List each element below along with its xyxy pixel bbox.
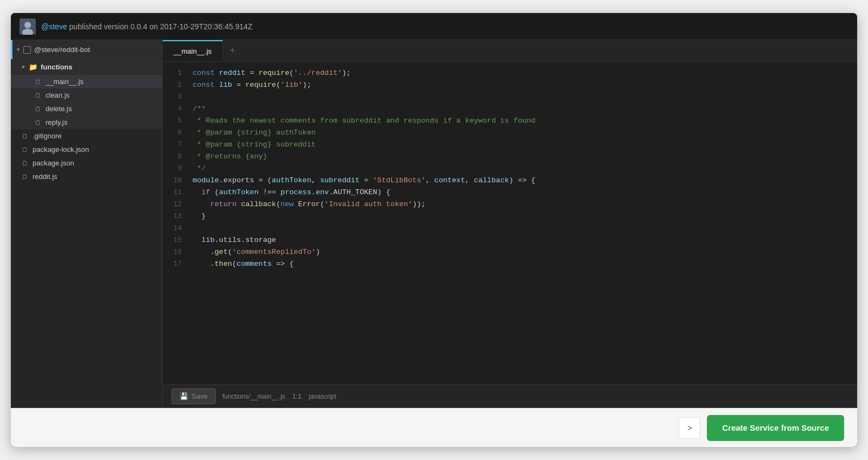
save-icon: 💾: [180, 392, 188, 400]
code-line-4: 4 /**: [163, 103, 857, 115]
sidebar-root[interactable]: ▾ @steve/reddit-bot: [11, 40, 162, 59]
code-line-12: 12 return callback(new Error('Invalid au…: [163, 199, 857, 210]
code-line-6: 6 * @param {string} authToken: [163, 127, 857, 139]
code-line-16: 16 .get('commentsRepliedTo'): [163, 246, 857, 258]
code-line-15: 15 lib.utils.storage: [163, 234, 857, 246]
file-label-clean: clean.js: [46, 91, 69, 99]
file-item-packagejson[interactable]: 🗋 package.json: [11, 156, 162, 170]
username: @steve: [41, 22, 67, 31]
save-button[interactable]: 💾 Save: [171, 388, 216, 404]
file-icon-main: 🗋: [35, 78, 41, 86]
svg-point-1: [24, 22, 31, 28]
code-line-3: 3: [163, 91, 857, 103]
folder-chevron-icon: ▾: [22, 64, 24, 70]
code-line-17: 17 .then(comments => {: [163, 258, 857, 270]
file-item-delete[interactable]: 🗋 delete.js: [11, 102, 162, 116]
code-line-5: 5 * Reads the newest comments from subre…: [163, 115, 857, 127]
sidebar: ▾ @steve/reddit-bot ▾ 📁 functions 🗋 __ma…: [11, 40, 163, 408]
root-files-list: 🗋 .gitignore 🗋 package-lock.json 🗋 packa…: [11, 129, 162, 183]
tab-bar: __main__.js +: [163, 40, 857, 62]
functions-folder: ▾ 📁 functions 🗋 __main__.js 🗋 clean.js 🗋: [11, 59, 162, 129]
file-icon-clean: 🗋: [35, 92, 41, 99]
sidebar-root-label: @steve/reddit-bot: [34, 46, 90, 54]
code-line-14: 14: [163, 222, 857, 234]
code-line-11: 11 if (authToken !== process.env.AUTH_TO…: [163, 187, 857, 199]
chevron-button[interactable]: >: [679, 417, 700, 439]
code-line-7: 7 * @param {string} subreddit: [163, 139, 857, 151]
file-icon-gitignore: 🗋: [22, 132, 28, 140]
file-icon-packagelock: 🗋: [22, 146, 28, 154]
editor-area: __main__.js + 1 const reddit = require('…: [163, 40, 857, 408]
main-area: ▾ @steve/reddit-bot ▾ 📁 functions 🗋 __ma…: [11, 40, 857, 408]
code-line-10: 10 module.exports = (authToken, subreddi…: [163, 175, 857, 187]
file-label-reply: reply.js: [46, 118, 67, 126]
top-bar: @steve published version 0.0.4 on 2017-1…: [11, 13, 857, 40]
functions-folder-header[interactable]: ▾ 📁 functions: [11, 59, 162, 75]
tab-main-js[interactable]: __main__.js: [163, 40, 223, 61]
chevron-right-icon: >: [687, 424, 692, 432]
plus-icon: +: [229, 46, 235, 56]
file-icon-packagejson: 🗋: [22, 159, 28, 167]
code-line-8: 8 * @returns {any}: [163, 151, 857, 163]
file-label-gitignore: .gitignore: [33, 132, 61, 140]
code-line-2: 2 const lib = require('lib');: [163, 79, 857, 91]
file-item-gitignore[interactable]: 🗋 .gitignore: [11, 129, 162, 143]
file-item-reply[interactable]: 🗋 reply.js: [11, 116, 162, 129]
code-line-9: 9 */: [163, 163, 857, 175]
avatar: [20, 18, 36, 35]
file-label-delete: delete.js: [46, 105, 72, 113]
code-line-1: 1 const reddit = require('../reddit');: [163, 67, 857, 79]
file-item-clean[interactable]: 🗋 clean.js: [11, 88, 162, 102]
file-path-status: functions/__main__.js 1:1 javascript: [222, 393, 336, 400]
save-label: Save: [192, 392, 208, 400]
folder-files-list: 🗋 __main__.js 🗋 clean.js 🗋 delete.js 🗋 r…: [11, 75, 162, 129]
file-icon-redditjs: 🗋: [22, 173, 28, 181]
root-chevron-icon: ▾: [17, 46, 20, 53]
publish-info: @steve published version 0.0.4 on 2017-1…: [41, 22, 252, 31]
file-icon-reply: 🗋: [35, 119, 41, 126]
create-service-button[interactable]: Create Service from Source: [707, 415, 844, 441]
file-item-redditjs[interactable]: 🗋 reddit.js: [11, 170, 162, 183]
pkg-icon: [23, 46, 31, 54]
file-item-packagelock[interactable]: 🗋 package-lock.json: [11, 143, 162, 156]
status-bar: 💾 Save functions/__main__.js 1:1 javascr…: [163, 384, 857, 408]
bottom-bar: > Create Service from Source: [11, 408, 857, 447]
tab-add-button[interactable]: +: [223, 40, 242, 61]
file-label-redditjs: reddit.js: [33, 173, 58, 181]
code-line-13: 13 }: [163, 210, 857, 222]
tab-label-main: __main__.js: [174, 47, 212, 55]
file-item-main[interactable]: 🗋 __main__.js: [11, 75, 162, 88]
code-editor[interactable]: 1 const reddit = require('../reddit'); 2…: [163, 62, 857, 384]
file-icon-delete: 🗋: [35, 105, 41, 113]
file-label-main: __main__.js: [46, 78, 84, 86]
file-label-packagelock: package-lock.json: [33, 145, 89, 154]
folder-svg-icon: 📁: [29, 63, 37, 71]
file-label-packagejson: package.json: [33, 159, 74, 167]
folder-label: functions: [41, 63, 73, 71]
